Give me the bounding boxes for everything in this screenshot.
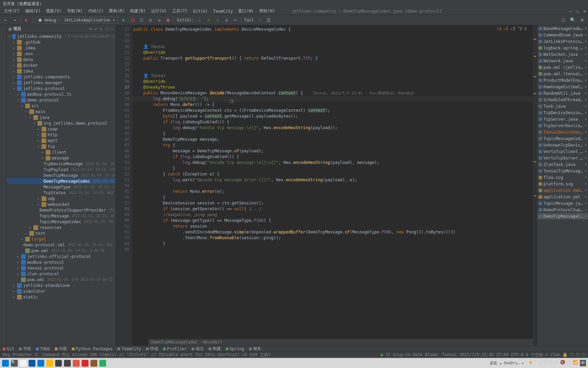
close-file-icon[interactable]: × xyxy=(585,78,587,82)
stop-process-icon[interactable]: ▶ xyxy=(23,17,30,23)
tree-node-jetlinks-manager[interactable]: ▸jetlinks-manager xyxy=(7,80,115,86)
close-file-icon[interactable]: × xyxy=(585,85,587,89)
tree-node-http[interactable]: ▸http xyxy=(7,132,115,138)
code-editor[interactable]: ⚠1 ⚠1 ⚠3 ^2 v public class DemoTcpMessag… xyxy=(132,25,533,346)
maximize-icon[interactable]: ☐ xyxy=(576,9,579,14)
git-rollback-icon[interactable]: ↩ xyxy=(232,17,239,23)
close-file-icon[interactable]: × xyxy=(585,72,587,76)
tray-intellij-icon[interactable] xyxy=(55,360,62,367)
close-file-icon[interactable]: × xyxy=(585,104,587,108)
tree-node-modbus-protocol-7z[interactable]: ▸modbus-protocol.7z xyxy=(7,91,115,97)
tree-node-demotcpmessage[interactable]: DemoTcpMessage2022-01-14, 10:19, 1.52 KB xyxy=(7,172,115,178)
code-with-me-icon[interactable]: ⬡ xyxy=(560,17,566,23)
git-push-icon[interactable]: ↗ xyxy=(215,17,221,23)
tray-app[interactable] xyxy=(2,360,9,367)
open-file-flow-svg[interactable]: flow.svg× xyxy=(537,174,588,181)
tool-todo[interactable]: TODO xyxy=(36,347,50,351)
project-tree[interactable]: ▾jetlinks-community~ F:\work\github\Idea… xyxy=(7,33,115,346)
menu-help[interactable]: 帮助(H) xyxy=(257,7,277,15)
close-file-icon[interactable]: × xyxy=(585,143,587,147)
close-file-icon[interactable]: × xyxy=(585,98,587,102)
tool-profiler[interactable]: Profiler xyxy=(163,347,187,351)
tray-icon[interactable]: ☁ xyxy=(539,360,541,366)
tree-node-docker[interactable]: ▸docker xyxy=(7,62,115,68)
tree-node-data[interactable]: ▸data xyxy=(7,57,115,62)
settings-tree-icon[interactable]: ⋮ xyxy=(105,27,109,31)
tray-icon[interactable]: 🛡 xyxy=(543,360,547,366)
settings-icon[interactable]: ⚙ xyxy=(579,17,585,23)
tree-node-simulator[interactable]: ▸simulator xyxy=(7,288,115,294)
hide-tool-icon[interactable]: — xyxy=(111,27,113,31)
close-file-icon[interactable]: × xyxy=(585,111,587,114)
open-file-pom-xml-jetlinks-o[interactable]: pom.xml (jetlinks-o× xyxy=(537,64,588,71)
open-file-randomutil-java[interactable]: RandomUtil.java× xyxy=(537,90,588,96)
run-icon[interactable]: ▶ xyxy=(121,17,127,23)
editor-scrollbar[interactable] xyxy=(533,25,537,346)
close-file-icon[interactable]: × xyxy=(585,137,587,140)
tree-node-jetlinks-standalone[interactable]: ▸jetlinks-standalone xyxy=(7,282,115,288)
tray-icon[interactable]: ● xyxy=(529,360,532,366)
open-file-topicmessage-java[interactable]: TopicMessage.java× xyxy=(537,200,588,206)
tree-node-tcp[interactable]: ▾tcp xyxy=(7,143,115,149)
tree-node-tensai-protocol[interactable]: ▸tensai-protocol xyxy=(7,265,115,271)
menu-file[interactable]: 文件(F) xyxy=(2,7,22,15)
open-file-ramusageestimator-j[interactable]: RamUsageEstimator.j× xyxy=(537,83,588,90)
tray-ime-icon[interactable]: 中 xyxy=(580,360,586,366)
tree-node-mqtt[interactable]: ▸mqtt xyxy=(7,138,115,143)
git-history-icon[interactable]: ↺ xyxy=(224,17,230,23)
close-file-icon[interactable]: × xyxy=(585,188,587,192)
tree-node-tcpstatus[interactable]: TcpStatus2022-01-14, 10:19, 668 B xyxy=(7,190,115,196)
tray-edge-icon[interactable] xyxy=(29,360,35,367)
open-file-pom-xml-tensai-pro[interactable]: pom.xml (tensai-pro× xyxy=(537,71,588,77)
tree-node-static[interactable]: ▸static xyxy=(7,294,115,300)
tree-node-tcppayload[interactable]: TcpPayload2022-01-14, 10:19, 155 B xyxy=(7,167,115,172)
tree-node--mvn[interactable]: ▸.mvn xyxy=(7,51,115,57)
open-file-jetlinksprotocolsup[interactable]: JetLinksProtocolSup× xyxy=(537,38,588,45)
menu-navigate[interactable]: 导航(N) xyxy=(65,7,85,15)
open-file-logback-spring-xml[interactable]: logback-spring.xml× xyxy=(537,45,588,51)
tray-icon[interactable]: ⬡ xyxy=(567,360,571,366)
open-file-tcpserver-java[interactable]: TcpServer.java× xyxy=(537,116,588,122)
tree-node-messagetype[interactable]: MessageType2022-01-14, 10:19, 1.6 KB xyxy=(7,184,115,190)
open-file-vertxtcpclient-java[interactable]: VertxTcpClient.java× xyxy=(537,148,588,155)
tool-git[interactable]: Git xyxy=(3,347,14,351)
profile-icon[interactable]: ◷ xyxy=(147,17,153,23)
open-file-application-yml[interactable]: application.yml× xyxy=(537,194,588,200)
open-file-tcpserverdevicegate[interactable]: TcpServerDeviceGate× xyxy=(537,122,588,129)
code-breadcrumb[interactable]: DemoTcpMessageCodec › decode() xyxy=(148,339,533,346)
close-file-icon[interactable]: × xyxy=(585,150,587,153)
tree-node-demo-protocol[interactable]: ▾demo-protocol xyxy=(7,97,115,103)
stop-icon[interactable]: ■ xyxy=(165,17,171,23)
open-file-tensaitcpmessagecod[interactable]: TensaiTcpMessageCod× xyxy=(537,168,588,174)
tree-node-idea[interactable]: ▸idea xyxy=(7,68,115,74)
open-file-tensaidevicesession[interactable]: TensaiDeviceSession× xyxy=(537,129,588,135)
tree-node-resources[interactable]: ▸resources xyxy=(7,225,115,230)
close-file-icon[interactable]: × xyxy=(585,195,587,199)
tray-app[interactable] xyxy=(73,360,80,367)
tree-node-udp[interactable]: ▸udp xyxy=(7,196,115,201)
forward-icon[interactable]: → xyxy=(12,17,18,23)
tree-node-client[interactable]: ▸client xyxy=(7,149,115,155)
tree-node-message[interactable]: ▸message xyxy=(7,155,115,161)
inspection-widget[interactable]: ⚠1 ⚠1 ⚠3 ^2 v xyxy=(496,26,527,32)
tool-teamcity[interactable]: TeamCity xyxy=(117,347,141,351)
tree-node-target[interactable]: ▸target xyxy=(7,236,115,242)
project-combo-icon[interactable]: ▤ xyxy=(9,27,11,31)
open-file-topicmessagecodec-j[interactable]: TopicMessageCodec.j× xyxy=(537,135,588,142)
close-icon[interactable]: ✕ xyxy=(584,9,586,14)
close-file-icon[interactable]: × xyxy=(585,214,587,218)
tray-expand-icon[interactable]: ^ xyxy=(534,360,537,366)
tool-python[interactable]: Python Packages xyxy=(72,347,113,351)
menu-window[interactable]: 窗口(W) xyxy=(236,7,256,15)
menu-view[interactable]: 视图(V) xyxy=(44,7,64,15)
menu-code[interactable]: 代码(C) xyxy=(86,7,106,15)
expand-all-icon[interactable]: ⤢ xyxy=(94,27,97,31)
tree-node-topicmessage[interactable]: TopicMessage2022-01-14, 10:19, 153 B 3 xyxy=(7,213,115,219)
tray-app[interactable] xyxy=(64,360,71,367)
tree-node-java[interactable]: ▾java xyxy=(7,114,115,120)
close-file-icon[interactable]: × xyxy=(585,208,587,212)
tree-node-demoprotocolsupportprovider[interactable]: DemoProtocolSupportProvider2022-01-14, xyxy=(7,207,115,213)
editor-gutter[interactable]: 2728293031323334353637383940414243444546… xyxy=(116,25,132,346)
coverage-icon[interactable]: ⬡ xyxy=(138,17,145,23)
menu-build[interactable]: 构建(B) xyxy=(128,7,148,15)
